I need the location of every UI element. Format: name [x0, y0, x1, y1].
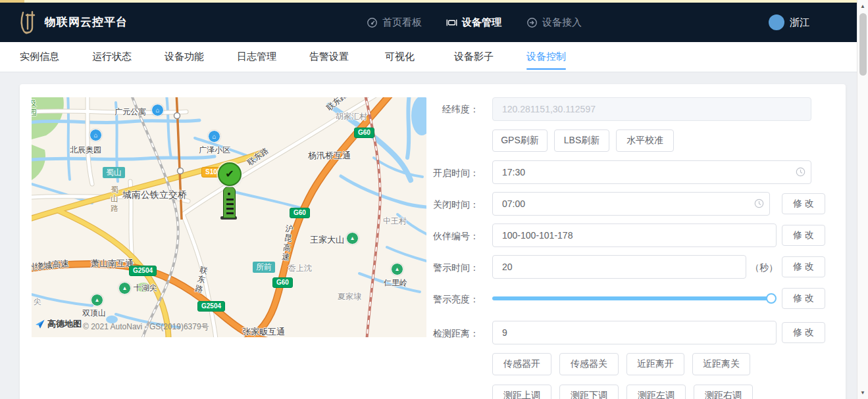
- map-label: 双顶山: [82, 308, 106, 319]
- warn-time-input[interactable]: [492, 255, 746, 279]
- map-label: 十湖尖: [134, 283, 157, 294]
- tab-log-management[interactable]: 日志管理: [237, 42, 276, 71]
- vertical-scrollbar[interactable]: ▲ ▼: [857, 0, 868, 399]
- warn-brightness-label: 警示亮度：: [395, 294, 479, 306]
- mountain-icon: ▲: [346, 232, 359, 245]
- device-pole-light: [228, 193, 230, 195]
- device-management-icon: [446, 17, 457, 28]
- close-time-input[interactable]: [492, 192, 770, 216]
- detect-distance-label: 检测距离：: [395, 328, 479, 340]
- map-label: 蜀山路: [111, 185, 119, 213]
- tab-alarm-settings[interactable]: 告警设置: [309, 42, 349, 71]
- close-time-label: 关闭时间：: [395, 199, 479, 211]
- nav-item-device-access[interactable]: 设备接入: [526, 3, 582, 42]
- map-label: 城南公铁立交桥: [122, 189, 187, 201]
- map-label: 萧山南互通: [91, 258, 134, 270]
- nav-item-dashboard[interactable]: 首页看板: [367, 3, 422, 42]
- warn-time-modify-button[interactable]: 修 改: [782, 256, 825, 277]
- open-time-label: 开启时间：: [395, 168, 479, 179]
- user-name: 浙江: [790, 16, 809, 29]
- brand: 物联网云控平台: [18, 9, 128, 35]
- map-label: 夏家埭: [338, 291, 361, 302]
- dashboard-gauge-icon: [367, 17, 378, 28]
- scroll-down-arrow[interactable]: ▼: [857, 390, 868, 396]
- nav-item-label: 设备管理: [462, 16, 501, 29]
- map-label: 胡家汇村: [336, 111, 367, 122]
- paper-plane-icon: [35, 319, 45, 329]
- lbs-refresh-button[interactable]: LBS刷新: [554, 129, 609, 152]
- device-marker[interactable]: ✔: [218, 162, 242, 186]
- map-vendor-name: 高德地图: [47, 318, 82, 330]
- tab-device-shadow[interactable]: 设备影子: [454, 42, 494, 71]
- building-icon: ⌂: [151, 104, 164, 116]
- road-badge-g60: G60: [272, 277, 293, 288]
- scroll-up-arrow[interactable]: ▲: [857, 3, 868, 9]
- range-right-button[interactable]: 测距右调: [694, 385, 753, 399]
- tab-running-status[interactable]: 运行状态: [92, 42, 132, 71]
- detect-distance-input[interactable]: [492, 321, 777, 344]
- building-icon: ⌂: [89, 129, 102, 141]
- map-label: 仁里岭: [384, 277, 407, 289]
- partner-id-input[interactable]: [492, 223, 777, 247]
- place-badge-suoqian: 所前: [253, 262, 275, 273]
- sensor-on-button[interactable]: 传感器开: [492, 353, 551, 375]
- map-label: 岙上沈: [288, 263, 312, 274]
- map-panel[interactable]: 及园 广元公寓 ⌂ 北辰奥园 ⌂ 广泽小区 ⌂ 胡家汇村 杨汛桥互通 中王村 王…: [32, 97, 426, 337]
- mountain-icon: ▲: [91, 294, 103, 306]
- tab-bar: 实例信息 运行状态 设备功能 日志管理 告警设置 可视化 设备影子 设备控制: [0, 42, 857, 72]
- map-label: 王家大山: [310, 234, 344, 246]
- user-box[interactable]: 浙江: [769, 3, 809, 42]
- map-label: 张家畈互通: [242, 326, 285, 337]
- map-label: 北辰奥园: [70, 145, 101, 156]
- map-copyright: © 2021 AutoNavi - GS(2019)6379号: [83, 321, 209, 333]
- building-icon: ⌂: [208, 130, 220, 143]
- map-label: 尖: [34, 296, 41, 308]
- range-left-button[interactable]: 测距左调: [626, 385, 686, 399]
- proximity-off-button[interactable]: 近距离关: [692, 353, 750, 375]
- map-label: 广泽小区: [199, 145, 230, 156]
- open-time-input[interactable]: [492, 160, 811, 184]
- partner-id-modify-button[interactable]: 修 改: [782, 225, 825, 246]
- brand-logo-icon: [18, 9, 38, 35]
- device-access-icon: [526, 17, 538, 28]
- nav-item-device-management[interactable]: 设备管理: [446, 3, 501, 42]
- map-vendor-logo: 高德地图: [35, 318, 82, 330]
- range-up-button[interactable]: 测距上调: [492, 385, 551, 399]
- tab-device-control[interactable]: 设备控制: [526, 42, 566, 71]
- road-badge-g2504: G2504: [129, 266, 157, 276]
- map-label: 中王村: [383, 216, 407, 227]
- range-down-button[interactable]: 测距下调: [559, 385, 619, 399]
- road-badge-g2504: G2504: [197, 301, 225, 312]
- partner-id-label: 伙伴编号：: [395, 231, 479, 243]
- active-tab-underline: [526, 68, 566, 70]
- brightness-slider-track[interactable]: [492, 296, 771, 300]
- device-pole-stripes: [226, 199, 234, 216]
- device-pole: [223, 187, 236, 218]
- coordinate-label: 经纬度：: [395, 104, 479, 116]
- map-label: 广元公寓: [115, 106, 146, 118]
- road-badge-g60: G60: [290, 208, 310, 218]
- tab-instance-info[interactable]: 实例信息: [20, 42, 59, 71]
- gps-refresh-button[interactable]: GPS刷新: [492, 129, 548, 152]
- detect-distance-modify-button[interactable]: 修 改: [782, 322, 825, 343]
- map-label-park: 及园: [32, 99, 38, 118]
- close-time-modify-button[interactable]: 修 改: [782, 193, 825, 214]
- sensor-off-button[interactable]: 传感器关: [559, 353, 619, 375]
- scrollbar-thumb[interactable]: [859, 13, 867, 76]
- road-badge-g60: G60: [354, 128, 374, 138]
- proximity-on-button[interactable]: 近距离开: [626, 353, 684, 375]
- user-avatar[interactable]: [769, 14, 784, 30]
- brightness-slider-handle[interactable]: [766, 293, 777, 304]
- app-title: 物联网云控平台: [45, 9, 128, 35]
- place-badge-shushan: 蜀山: [103, 167, 125, 178]
- warn-time-unit: （秒）: [750, 262, 778, 274]
- map-label: 杨汛桥互通: [308, 150, 351, 162]
- nav-item-label: 设备接入: [542, 16, 582, 29]
- coordinate-input[interactable]: [492, 97, 811, 121]
- brightness-modify-button[interactable]: 修 改: [782, 288, 825, 309]
- tab-visualization[interactable]: 可视化: [385, 42, 415, 71]
- top-navbar: 物联网云控平台 首页看板 设备管理: [0, 3, 857, 42]
- mountain-icon: ▲: [118, 282, 131, 294]
- level-calibrate-button[interactable]: 水平校准: [616, 129, 674, 152]
- tab-device-function[interactable]: 设备功能: [165, 42, 204, 71]
